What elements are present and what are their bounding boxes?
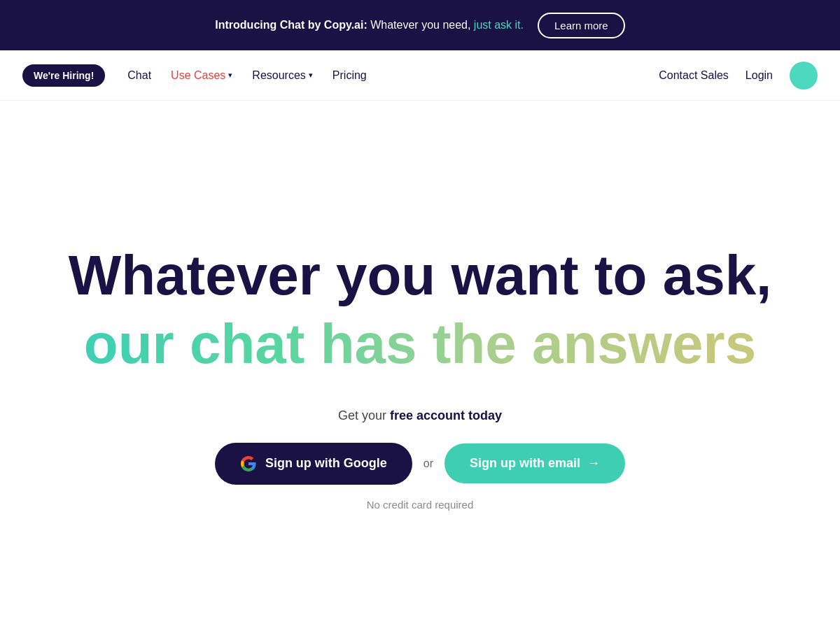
nav-item-resources[interactable]: Resources ▾ [252,69,312,82]
top-banner: Introducing Chat by Copy.ai: Whatever yo… [0,0,840,50]
nav-link-resources[interactable]: Resources [252,69,305,82]
nav-link-use-cases[interactable]: Use Cases [171,69,225,82]
nav-item-chat[interactable]: Chat [127,69,151,82]
nav-dropdown-use-cases[interactable]: Use Cases ▾ [171,69,232,82]
nav-item-use-cases[interactable]: Use Cases ▾ [171,69,232,82]
nav-item-pricing[interactable]: Pricing [332,69,367,82]
cta-text-normal: Get your [338,408,390,422]
contact-sales-link[interactable]: Contact Sales [659,69,729,82]
hero-section: Whatever you want to ask, our chat has t… [0,101,840,640]
hero-title-line2: our chat has the answers [84,313,756,375]
banner-text: Introducing Chat by Copy.ai: Whatever yo… [215,19,524,31]
arrow-icon: → [587,456,600,471]
chevron-down-icon: ▾ [309,71,313,80]
hero-title-line1: Whatever you want to ask, [69,245,772,306]
chevron-down-icon: ▾ [228,71,232,80]
nav-left: We're Hiring! Chat Use Cases ▾ Resources… [22,64,367,87]
cta-buttons: Sign up with Google or Sign up with emai… [215,443,625,485]
no-credit-card-text: No credit card required [367,499,474,511]
google-icon [240,455,257,472]
hiring-badge[interactable]: We're Hiring! [22,64,105,87]
main-nav: We're Hiring! Chat Use Cases ▾ Resources… [0,50,840,101]
banner-intro-text: Whatever you need, [370,19,474,31]
signup-google-label: Sign up with Google [265,456,387,471]
nav-links: Chat Use Cases ▾ Resources ▾ Pricing [127,69,366,82]
banner-intro-bold: Introducing Chat by Copy.ai: [215,19,367,31]
signup-google-button[interactable]: Sign up with Google [215,443,412,485]
banner-intro-teal: just ask it. [474,19,524,31]
nav-link-chat[interactable]: Chat [127,69,151,81]
learn-more-button[interactable]: Learn more [538,13,625,38]
cta-text: Get your free account today [338,408,502,423]
cta-text-bold: free account today [390,408,502,422]
signup-email-label: Sign up with email [470,456,580,471]
nav-right: Contact Sales Login [659,62,818,90]
nav-dropdown-resources[interactable]: Resources ▾ [252,69,312,82]
signup-email-button[interactable]: Sign up with email → [444,443,625,483]
login-link[interactable]: Login [746,69,773,82]
or-divider: or [424,457,433,470]
nav-link-pricing[interactable]: Pricing [332,69,367,81]
avatar[interactable] [790,62,818,90]
